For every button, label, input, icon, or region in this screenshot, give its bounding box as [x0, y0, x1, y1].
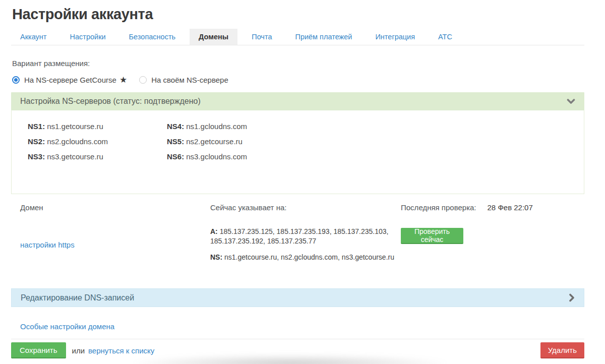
check-now-button[interactable]: Проверить сейчас — [401, 228, 463, 244]
ns-panel-body: NS1:ns1.getcourse.ru NS4:ns1.gcloudns.co… — [11, 110, 584, 194]
points-to-label: Сейчас указывает на: — [210, 203, 401, 212]
ns-server-row: NS5:ns2.getcourse.ru — [167, 138, 584, 146]
domain-column-label: Домен — [20, 203, 210, 212]
tab-integration[interactable]: Интеграция — [366, 29, 424, 45]
radio-option-getcourse[interactable]: На NS-сервере GetCourse ★ — [12, 75, 127, 85]
dns-edit-panel-header[interactable]: Редактирование DNS-записей — [11, 288, 584, 307]
ns-server-row: NS6:ns3.gcloudns.com — [167, 153, 584, 161]
last-check: Последняя проверка: 28 Фев 22:07 — [401, 203, 584, 212]
tab-settings[interactable]: Настройки — [60, 29, 114, 45]
tab-bar: Аккаунт Настройки Безопасность Домены По… — [11, 29, 584, 45]
ns-server-label: NS5: — [167, 137, 184, 146]
footer-actions: Сохранить или вернуться к списку Удалить — [11, 342, 584, 358]
radio-ns-getcourse-label: На NS-сервере GetCourse — [24, 76, 116, 84]
domain-header-row: Домен Сейчас указывает на: Последняя про… — [20, 203, 584, 212]
ns-server-value: ns2.gcloudns.com — [47, 137, 108, 146]
special-domain-settings-link[interactable]: Особые настройки домена — [20, 322, 114, 331]
ns-server-value: ns3.gcloudns.com — [186, 152, 247, 161]
ns-panel-header[interactable]: Настройка NS-серверов (статус: подтвержд… — [11, 92, 584, 110]
tab-security[interactable]: Безопасность — [120, 29, 185, 45]
page-title: Настройки аккаунта — [12, 6, 584, 23]
tab-payments[interactable]: Приём платежей — [286, 29, 361, 45]
a-record-label: A: — [210, 227, 218, 235]
placement-options: На NS-сервере GetCourse ★ На своём NS-се… — [12, 75, 584, 85]
ns-server-value: ns3.getcourse.ru — [47, 152, 103, 161]
ns-settings-panel: Настройка NS-серверов (статус: подтвержд… — [11, 92, 584, 194]
ns-record-label: NS: — [210, 253, 222, 261]
ns-server-row: NS1:ns1.getcourse.ru — [28, 123, 167, 131]
ns-server-value: ns2.getcourse.ru — [186, 137, 243, 146]
ns-record: NS: ns1.getcourse.ru, ns2.gcloudns.com, … — [210, 253, 401, 262]
radio-option-own[interactable]: На своём NS-сервере — [139, 76, 228, 84]
https-settings-link[interactable]: настройки https — [20, 240, 75, 249]
dns-edit-panel-title: Редактирование DNS-записей — [21, 293, 134, 302]
radio-ns-own-label: На своём NS-сервере — [151, 76, 228, 84]
ns-server-value: ns1.gcloudns.com — [186, 122, 247, 131]
a-record-value: 185.137.235.125, 185.137.235.193, 185.13… — [210, 227, 388, 245]
ns-server-label: NS3: — [28, 152, 45, 161]
ns-server-list: NS1:ns1.getcourse.ru NS4:ns1.gcloudns.co… — [28, 123, 584, 161]
chevron-right-icon — [569, 293, 575, 302]
tab-account[interactable]: Аккаунт — [11, 29, 55, 45]
save-button[interactable]: Сохранить — [11, 342, 66, 358]
radio-ns-getcourse[interactable] — [12, 76, 20, 84]
ns-server-row: NS2:ns2.gcloudns.com — [28, 138, 167, 146]
star-icon: ★ — [119, 75, 127, 85]
ns-server-label: NS4: — [167, 122, 184, 131]
tab-pbx[interactable]: АТС — [429, 29, 461, 45]
ns-server-value: ns1.getcourse.ru — [47, 122, 103, 131]
placement-section: Вариант размещения: На NS-сервере GetCou… — [12, 59, 584, 85]
ns-panel-title: Настройка NS-серверов (статус: подтвержд… — [20, 97, 201, 106]
ns-server-row: NS4:ns1.gcloudns.com — [167, 123, 584, 131]
ns-server-label: NS6: — [167, 152, 184, 161]
footer-divider — [11, 339, 584, 339]
check-now-cell: Проверить сейчас — [401, 227, 584, 262]
domain-detail-row: настройки https A: 185.137.235.125, 185.… — [20, 227, 584, 262]
ns-server-label: NS1: — [28, 122, 45, 131]
ns-record-value: ns1.getcourse.ru, ns2.gcloudns.com, ns3.… — [224, 253, 394, 261]
radio-ns-own[interactable] — [139, 76, 147, 84]
tab-mail[interactable]: Почта — [243, 29, 281, 45]
tab-domains[interactable]: Домены — [190, 29, 237, 45]
https-settings-cell: настройки https — [20, 227, 210, 262]
ns-server-row: NS3:ns3.getcourse.ru — [28, 153, 167, 161]
delete-button[interactable]: Удалить — [540, 342, 584, 358]
page-container: Настройки аккаунта Аккаунт Настройки Без… — [11, 6, 584, 358]
special-settings-row: Особые настройки домена — [20, 322, 584, 331]
or-text: или — [72, 346, 85, 355]
placement-label: Вариант размещения: — [12, 59, 584, 68]
dns-records-cell: A: 185.137.235.125, 185.137.235.193, 185… — [210, 227, 401, 262]
chevron-down-icon — [567, 99, 575, 104]
last-check-value: 28 Фев 22:07 — [488, 203, 533, 212]
back-to-list-link[interactable]: вернуться к списку — [88, 346, 154, 355]
ns-server-label: NS2: — [28, 137, 45, 146]
last-check-label: Последняя проверка: — [401, 203, 476, 212]
a-record: A: 185.137.235.125, 185.137.235.193, 185… — [210, 227, 390, 246]
